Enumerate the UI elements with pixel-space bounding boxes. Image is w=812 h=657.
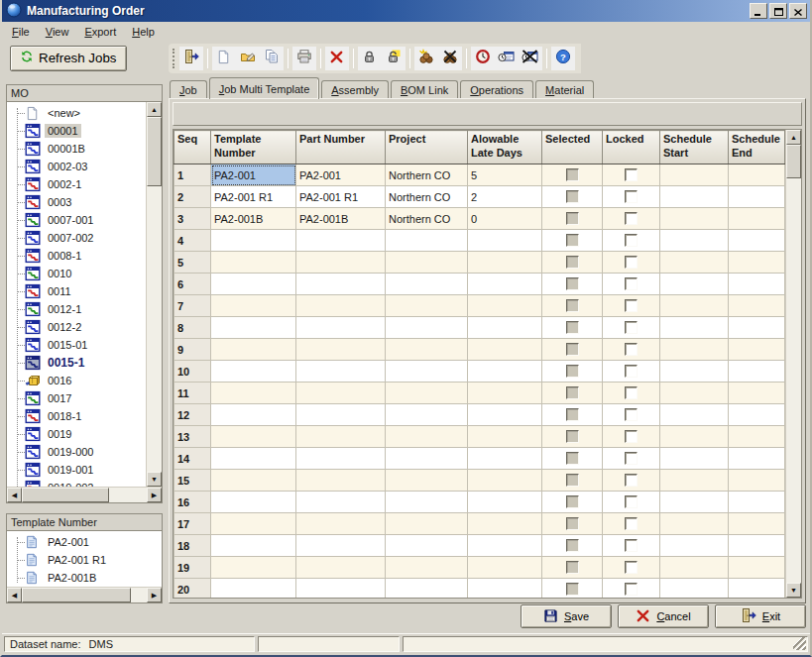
grid-cell-project[interactable] xyxy=(386,535,468,557)
grid-cell-part_number[interactable] xyxy=(296,513,386,535)
grid-cell-template_number[interactable] xyxy=(211,361,296,383)
grid-cell-template_number[interactable] xyxy=(211,426,296,448)
tab-bom-link[interactable]: BOM Link xyxy=(391,80,458,98)
row-selector-16[interactable]: 16 xyxy=(174,492,211,513)
column-header-schedule_end[interactable]: Schedule End xyxy=(729,131,785,164)
grid-cell-project[interactable]: Northern CO xyxy=(386,208,468,230)
selected-checkbox-row-18[interactable] xyxy=(566,539,579,552)
column-header-template_number[interactable]: Template Number xyxy=(211,131,296,164)
selected-checkbox-row-2[interactable] xyxy=(566,190,579,203)
grid-cell-schedule_start[interactable] xyxy=(660,230,729,252)
mo-tree-item-0011[interactable]: 0011 xyxy=(11,282,146,300)
schedule-clock-button[interactable] xyxy=(471,47,495,70)
grid-cell-template_number[interactable] xyxy=(211,448,296,470)
grid-cell-part_number[interactable] xyxy=(296,557,386,579)
grid-cell-schedule_start[interactable] xyxy=(660,404,729,426)
grid-cell-alowable_late_days[interactable] xyxy=(468,426,542,448)
grid-cell-alowable_late_days[interactable] xyxy=(468,492,542,513)
menu-help[interactable]: Help xyxy=(124,23,163,41)
grid-cell-part_number[interactable]: PA2-001 xyxy=(296,164,386,186)
selected-checkbox-row-16[interactable] xyxy=(566,495,579,508)
mo-tree-item-00001B[interactable]: 00001B xyxy=(11,140,146,158)
grid-cell-part_number[interactable] xyxy=(296,361,386,383)
grid-cell-schedule_start[interactable] xyxy=(660,535,729,557)
grid-cell-project[interactable] xyxy=(386,557,468,579)
selected-checkbox-row-7[interactable] xyxy=(566,299,579,312)
row-selector-1[interactable]: 1 xyxy=(174,164,211,186)
row-selector-17[interactable]: 17 xyxy=(174,513,211,535)
grid-cell-template_number[interactable]: PA2-001 R1 xyxy=(211,186,296,208)
grid-cell-schedule_start[interactable] xyxy=(660,208,729,230)
mo-tree-item-0015-01[interactable]: 0015-01 xyxy=(11,336,146,354)
locked-checkbox-row-19[interactable] xyxy=(625,561,638,574)
mo-tree-item-0019[interactable]: 0019 xyxy=(11,425,146,443)
grid-cell-schedule_start[interactable] xyxy=(660,361,729,383)
grid-cell-alowable_late_days[interactable]: 2 xyxy=(468,186,542,208)
grid-cell-template_number[interactable] xyxy=(211,230,296,252)
schedule-window-button[interactable] xyxy=(495,47,519,70)
locked-checkbox-row-10[interactable] xyxy=(625,365,638,378)
grid-cell-schedule_end[interactable] xyxy=(729,186,785,208)
locked-checkbox-row-1[interactable] xyxy=(625,168,638,181)
column-header-selected[interactable]: Selected xyxy=(542,131,603,164)
grid-cell-template_number[interactable] xyxy=(211,579,296,599)
mo-tree-item-00001[interactable]: 00001 xyxy=(11,122,146,140)
exit-button[interactable]: Exit xyxy=(715,604,806,628)
grid-cell-project[interactable] xyxy=(386,383,468,404)
copy-button[interactable] xyxy=(260,47,284,70)
grid-cell-part_number[interactable] xyxy=(296,317,386,339)
selected-checkbox-row-17[interactable] xyxy=(566,517,579,530)
menu-view[interactable]: View xyxy=(38,23,77,41)
tab-operations[interactable]: Operations xyxy=(460,80,533,98)
grid-cell-schedule_end[interactable] xyxy=(729,579,785,599)
grid-cell-part_number[interactable] xyxy=(296,339,386,361)
grid-cell-schedule_end[interactable] xyxy=(729,208,785,230)
tab-job-multi-template[interactable]: Job Multi Template xyxy=(209,77,320,99)
template-item-PA2-001-R1[interactable]: PA2-001 R1 xyxy=(11,551,162,569)
grid-cell-project[interactable] xyxy=(386,426,468,448)
grid-cell-template_number[interactable]: PA2-001B xyxy=(211,208,296,230)
locked-checkbox-row-4[interactable] xyxy=(625,234,638,247)
scroll-thumb[interactable] xyxy=(22,588,131,602)
mo-tree-item-0017[interactable]: 0017 xyxy=(11,389,146,407)
grid-cell-alowable_late_days[interactable] xyxy=(468,470,542,492)
lock-button[interactable] xyxy=(358,47,382,70)
print-button[interactable] xyxy=(292,47,316,70)
grid-cell-alowable_late_days[interactable] xyxy=(468,361,542,383)
grid-cell-part_number[interactable]: PA2-001B xyxy=(296,208,386,230)
grid-cell-schedule_end[interactable] xyxy=(729,535,785,557)
grid-cell-schedule_end[interactable] xyxy=(729,230,785,252)
grid-cell-template_number[interactable]: PA2-001 xyxy=(211,164,296,186)
grid-cell-alowable_late_days[interactable] xyxy=(468,252,542,274)
row-selector-19[interactable]: 19 xyxy=(174,557,211,579)
row-selector-3[interactable]: 3 xyxy=(174,208,211,230)
grid-cell-alowable_late_days[interactable] xyxy=(468,557,542,579)
selected-checkbox-row-9[interactable] xyxy=(566,343,579,356)
grid-cell-schedule_end[interactable] xyxy=(729,492,785,513)
grid-cell-schedule_end[interactable] xyxy=(729,274,785,295)
locked-checkbox-row-20[interactable] xyxy=(625,583,638,596)
menu-file[interactable]: File xyxy=(4,23,38,41)
locked-checkbox-row-8[interactable] xyxy=(625,321,638,334)
grid-cell-alowable_late_days[interactable]: 5 xyxy=(468,164,542,186)
locked-checkbox-row-16[interactable] xyxy=(625,495,638,508)
row-selector-2[interactable]: 2 xyxy=(174,186,211,208)
grid-cell-schedule_end[interactable] xyxy=(729,339,785,361)
grid-cell-alowable_late_days[interactable] xyxy=(468,404,542,426)
locked-checkbox-row-18[interactable] xyxy=(625,539,638,552)
mo-tree-item-0018-1[interactable]: 0018-1 xyxy=(11,407,146,425)
grid-cell-part_number[interactable] xyxy=(296,426,386,448)
grid-cell-template_number[interactable] xyxy=(211,404,296,426)
grid-cell-alowable_late_days[interactable] xyxy=(468,513,542,535)
grid-cell-project[interactable] xyxy=(386,274,468,295)
grid-cell-project[interactable] xyxy=(386,404,468,426)
row-selector-18[interactable]: 18 xyxy=(174,535,211,557)
save-button[interactable]: Save xyxy=(521,604,612,628)
grid-cell-schedule_end[interactable] xyxy=(729,557,785,579)
template-item-PA2-001B[interactable]: PA2-001B xyxy=(11,569,162,587)
row-selector-7[interactable]: 7 xyxy=(174,295,211,317)
grid-cell-part_number[interactable] xyxy=(296,448,386,470)
grid-cell-part_number[interactable] xyxy=(296,295,386,317)
scroll-up-button[interactable]: ▲ xyxy=(147,102,162,117)
grid-cell-part_number[interactable] xyxy=(296,470,386,492)
